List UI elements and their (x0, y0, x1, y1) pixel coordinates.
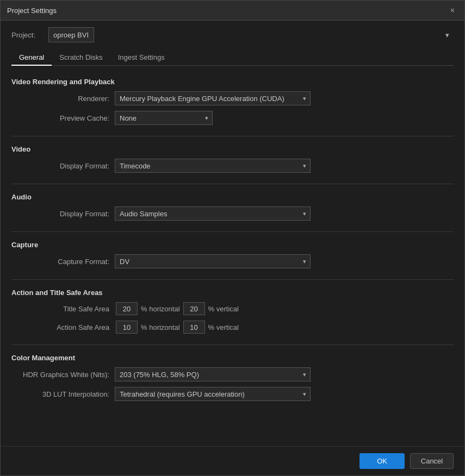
capture-format-label: Capture Format: (22, 258, 109, 266)
lut-select-wrapper: Tetrahedral (requires GPU acceleration) (115, 387, 311, 401)
title-safe-v-input[interactable] (183, 302, 205, 315)
dialog-footer: OK Cancel (1, 446, 464, 475)
video-display-format-label: Display Format: (22, 162, 109, 170)
action-safe-v-unit: % vertical (208, 323, 239, 331)
preview-cache-select[interactable]: None (115, 111, 213, 125)
lut-select[interactable]: Tetrahedral (requires GPU acceleration) (115, 387, 311, 401)
title-safe-v-unit: % vertical (208, 305, 239, 313)
ok-button[interactable]: OK (359, 453, 405, 469)
hdr-label: HDR Graphics White (Nits): (22, 371, 109, 379)
action-safe-h-input[interactable] (116, 321, 138, 334)
action-safe-label: Action Safe Area (22, 323, 109, 331)
section-audio: Audio Display Format: Audio Samples (11, 190, 454, 221)
hdr-select[interactable]: 203 (75% HLG, 58% PQ) (115, 367, 311, 381)
audio-display-format-select-wrapper: Audio Samples (115, 206, 311, 221)
lut-label: 3D LUT Interpolation: (22, 390, 109, 398)
section-color-title: Color Management (11, 350, 454, 362)
video-display-format-select[interactable]: Timecode (115, 159, 311, 173)
section-audio-title: Audio (11, 190, 454, 201)
action-safe-row: Action Safe Area % horizontal % vertical (11, 321, 454, 334)
hdr-row: HDR Graphics White (Nits): 203 (75% HLG,… (11, 367, 454, 381)
title-safe-row: Title Safe Area % horizontal % vertical (11, 302, 454, 315)
section-safe-areas: Action and Title Safe Areas Title Safe A… (11, 285, 454, 334)
lut-row: 3D LUT Interpolation: Tetrahedral (requi… (11, 387, 454, 401)
title-safe-h-unit: % horizontal (141, 305, 180, 313)
project-settings-dialog: Project Settings × Project: oproep BVI G… (0, 0, 465, 476)
action-safe-v-input[interactable] (183, 321, 205, 334)
renderer-label: Renderer: (22, 95, 109, 103)
audio-display-format-label: Display Format: (22, 210, 109, 218)
preview-cache-row: Preview Cache: None (11, 111, 454, 125)
section-safe-areas-title: Action and Title Safe Areas (11, 285, 454, 297)
dialog-content: Project: oproep BVI General Scratch Disk… (1, 21, 464, 446)
project-row: Project: oproep BVI (11, 27, 454, 42)
project-select-wrapper: oproep BVI (48, 27, 454, 42)
section-capture-title: Capture (11, 237, 454, 249)
renderer-select-wrapper: Mercury Playback Engine GPU Acceleration… (115, 91, 311, 105)
section-capture: Capture Capture Format: DV (11, 237, 454, 268)
section-video: Video Display Format: Timecode (11, 142, 454, 173)
title-safe-label: Title Safe Area (22, 305, 109, 313)
cancel-button[interactable]: Cancel (410, 453, 454, 469)
audio-display-format-select[interactable]: Audio Samples (115, 206, 311, 221)
capture-format-select[interactable]: DV (115, 254, 311, 268)
tabs-bar: General Scratch Disks Ingest Settings (11, 50, 454, 66)
preview-cache-select-wrapper: None (115, 111, 213, 125)
title-safe-h-input[interactable] (116, 302, 138, 315)
action-safe-h-unit: % horizontal (141, 323, 180, 331)
tab-general[interactable]: General (11, 50, 52, 66)
title-bar: Project Settings × (1, 1, 464, 21)
video-display-format-row: Display Format: Timecode (11, 159, 454, 173)
tab-scratch-disks[interactable]: Scratch Disks (52, 50, 110, 66)
close-button[interactable]: × (447, 5, 458, 16)
section-video-rendering: Video Rendering and Playback Renderer: M… (11, 74, 454, 125)
hdr-select-wrapper: 203 (75% HLG, 58% PQ) (115, 367, 311, 381)
dialog-title: Project Settings (7, 7, 57, 15)
preview-cache-label: Preview Cache: (22, 114, 109, 122)
section-video-title: Video (11, 142, 454, 153)
capture-format-row: Capture Format: DV (11, 254, 454, 268)
capture-format-select-wrapper: DV (115, 254, 311, 268)
audio-display-format-row: Display Format: Audio Samples (11, 206, 454, 221)
section-color-management: Color Management HDR Graphics White (Nit… (11, 350, 454, 401)
section-video-rendering-title: Video Rendering and Playback (11, 74, 454, 86)
project-select[interactable]: oproep BVI (48, 27, 94, 42)
tab-ingest-settings[interactable]: Ingest Settings (110, 50, 172, 66)
video-display-format-select-wrapper: Timecode (115, 159, 311, 173)
renderer-select[interactable]: Mercury Playback Engine GPU Acceleration… (115, 91, 311, 105)
renderer-row: Renderer: Mercury Playback Engine GPU Ac… (11, 91, 454, 105)
project-label: Project: (11, 31, 44, 39)
